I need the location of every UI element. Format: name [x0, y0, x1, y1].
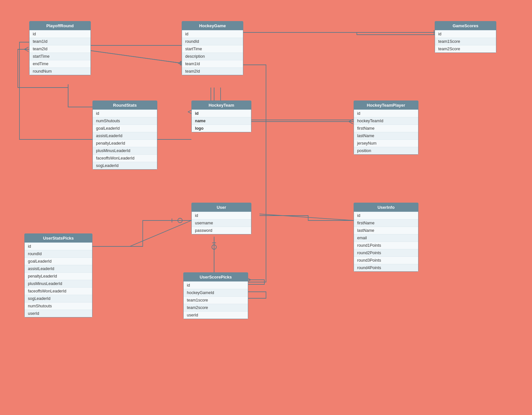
field-rs-goalleaderid: goalLeaderId — [93, 124, 157, 132]
field-rs-faceoffswonleaderid: faceoffsWonLeaderId — [93, 154, 157, 162]
entity-round-stats: RoundStats id numShutouts goalLeaderId a… — [92, 101, 157, 170]
entity-header-round-stats: RoundStats — [93, 101, 157, 110]
field-htp-id: id — [354, 110, 418, 117]
entity-hockey-team-player: HockeyTeamPlayer id hockeyTeamId firstNa… — [354, 101, 418, 155]
field-ui-id: id — [354, 212, 418, 219]
entity-hockey-game: HockeyGame id roundId startTime descript… — [182, 21, 243, 75]
entity-header-game-scores: GameScores — [435, 21, 496, 30]
field-hg-id: id — [182, 30, 243, 38]
field-pr-team2id: team2Id — [30, 45, 91, 53]
field-ui-round1points: round1Points — [354, 242, 418, 249]
entity-game-scores: GameScores id team1Score team2Score — [435, 21, 496, 53]
entity-playoff-round: PlayoffRound id team1Id team2Id startTim… — [29, 21, 91, 75]
svg-point-8 — [212, 245, 216, 249]
field-hg-team2id: team2Id — [182, 67, 243, 75]
entity-header-user-stats-picks: UserStatsPicks — [25, 234, 92, 243]
field-usp-roundid: roundId — [25, 250, 92, 257]
field-rs-penaltyleaderid: penaltyLeaderId — [93, 139, 157, 147]
field-hg-starttime: startTime — [182, 45, 243, 53]
field-rs-assistleaderid: assistLeaderId — [93, 132, 157, 139]
entity-header-user-score-picks: UserScorePicks — [184, 273, 248, 281]
field-ui-round4points: round4Points — [354, 264, 418, 271]
field-pr-team1id: team1Id — [30, 38, 91, 45]
field-ht-logo: logo — [192, 124, 251, 132]
field-pr-roundnum: roundNum — [30, 67, 91, 75]
entity-user: User id username password — [191, 203, 251, 234]
field-uscp-team1score: team1score — [184, 296, 248, 304]
field-htp-jerseynum: jerseyNum — [354, 139, 418, 147]
field-usp-faceoffswonleaderid: faceoffsWonLeaderId — [25, 287, 92, 295]
entity-header-playoff-round: PlayoffRound — [30, 21, 91, 30]
field-pr-starttime: startTime — [30, 53, 91, 60]
field-hg-description: description — [182, 53, 243, 60]
diagram-canvas: PlayoffRound id team1Id team2Id startTim… — [0, 0, 532, 415]
field-gs-id: id — [435, 30, 496, 38]
field-htp-hockeyteamid: hockeyTeamId — [354, 117, 418, 124]
entity-header-hockey-team-player: HockeyTeamPlayer — [354, 101, 418, 110]
field-htp-lastname: lastName — [354, 132, 418, 139]
field-u-id: id — [192, 212, 251, 219]
field-rs-id: id — [93, 110, 157, 117]
field-gs-team2score: team2Score — [435, 45, 496, 53]
svg-line-0 — [81, 49, 182, 63]
field-ht-id: id — [192, 110, 251, 117]
field-ui-round3points: round3Points — [354, 256, 418, 264]
entity-user-stats-picks: UserStatsPicks id roundId goalLeaderId a… — [24, 233, 92, 317]
field-usp-penaltyleaderid: penaltyLeaderId — [25, 272, 92, 280]
field-usp-assistleaderid: assistLeaderId — [25, 265, 92, 272]
svg-point-5 — [178, 218, 182, 223]
field-pr-endtime: endTime — [30, 60, 91, 67]
field-uscp-hockeygameid: hockeyGameId — [184, 289, 248, 296]
field-ui-firstname: firstName — [354, 219, 418, 227]
field-ui-round2points: round2Points — [354, 249, 418, 256]
field-uscp-id: id — [184, 281, 248, 289]
entity-user-score-picks: UserScorePicks id hockeyGameId team1scor… — [183, 272, 248, 319]
entity-header-hockey-team: HockeyTeam — [192, 101, 251, 110]
field-uscp-team2score: team2score — [184, 304, 248, 311]
field-hg-roundid: roundId — [182, 38, 243, 45]
field-rs-sogleaderid: sogLeaderId — [93, 162, 157, 169]
field-usp-id: id — [25, 243, 92, 250]
field-rs-numshutouts: numShutouts — [93, 117, 157, 124]
entity-user-info: UserInfo id firstName lastName email rou… — [354, 203, 418, 272]
entity-header-user-info: UserInfo — [354, 203, 418, 212]
field-ui-lastname: lastName — [354, 227, 418, 234]
field-usp-plusminusleaderid: plusMinusLeaderId — [25, 280, 92, 287]
field-htp-firstname: firstName — [354, 124, 418, 132]
field-uscp-userid: userId — [184, 311, 248, 319]
field-gs-team1score: team1Score — [435, 38, 496, 45]
field-rs-plusminusleaderid: plusMinusLeaderId — [93, 147, 157, 154]
entity-header-user: User — [192, 203, 251, 212]
field-hg-team1id: team1Id — [182, 60, 243, 67]
field-usp-userid: userId — [25, 310, 92, 317]
entity-hockey-team: HockeyTeam id name logo — [191, 101, 251, 132]
field-usp-goalleaderid: goalLeaderId — [25, 257, 92, 265]
entity-header-hockey-game: HockeyGame — [182, 21, 243, 30]
field-usp-sogleaderid: sogLeaderId — [25, 295, 92, 302]
field-ui-email: email — [354, 234, 418, 242]
field-pr-id: id — [30, 30, 91, 38]
field-u-username: username — [192, 219, 251, 227]
field-usp-numshutouts: numShutouts — [25, 302, 92, 310]
field-htp-position: position — [354, 147, 418, 154]
field-ht-name: name — [192, 117, 251, 124]
field-u-password: password — [192, 227, 251, 234]
